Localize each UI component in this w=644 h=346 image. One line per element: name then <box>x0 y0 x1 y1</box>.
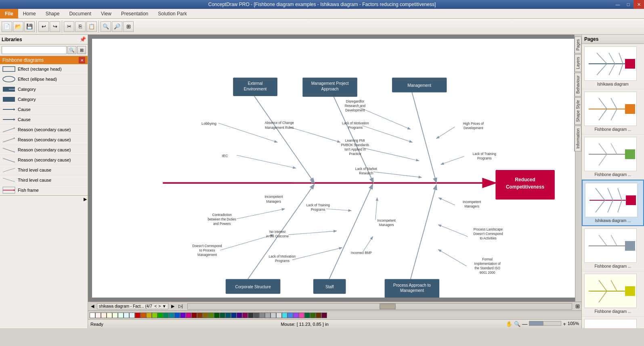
fishbone-close-button[interactable]: ✕ <box>79 57 85 63</box>
redo-button[interactable]: ↪ <box>50 21 60 32</box>
minimize-button[interactable]: — <box>613 0 623 9</box>
page-thumb-4[interactable]: Ishikawa diagram ... <box>582 180 644 226</box>
color-none[interactable] <box>90 312 95 318</box>
page-thumb-3[interactable]: Fishbone diagram ... <box>582 134 644 180</box>
canvas-scroll[interactable]: Reduced Competitiveness External Environ… <box>88 35 581 302</box>
shape-reason-3[interactable]: Reason (secondary cause) <box>0 145 88 155</box>
color-blue-light[interactable] <box>287 312 293 318</box>
color-dark-orange[interactable] <box>197 312 203 318</box>
page-thumb-2[interactable]: Fishbone diagram ... <box>582 89 644 134</box>
color-violet[interactable] <box>293 312 299 318</box>
search-input[interactable] <box>2 46 67 54</box>
color-yellow-dark[interactable] <box>146 312 152 318</box>
color-dark-1[interactable] <box>248 312 254 318</box>
color-cyan-light[interactable] <box>282 312 287 318</box>
shape-effect-ellipse[interactable]: Effect (ellipse head) <box>0 74 88 84</box>
side-tab-information[interactable]: Information <box>575 126 581 151</box>
shape-cause-1[interactable]: Cause <box>0 105 88 115</box>
page-thumb-7[interactable]: Fishbone diagram ... <box>582 317 644 328</box>
color-orange-dark[interactable] <box>141 312 146 318</box>
color-teal[interactable] <box>163 312 169 318</box>
color-yellow-green[interactable] <box>152 312 157 318</box>
zoom-out-button[interactable]: 🔎 <box>112 21 122 32</box>
color-dark-red[interactable] <box>191 312 197 318</box>
shape-reason-4[interactable]: Reason (secondary cause) <box>0 155 88 165</box>
color-gray-2[interactable] <box>265 312 271 318</box>
shape-category-2[interactable]: Category <box>0 94 88 105</box>
color-dark-magenta[interactable] <box>242 312 248 318</box>
zoom-slider[interactable] <box>529 321 561 326</box>
undo-button[interactable]: ↩ <box>38 21 49 32</box>
tab-label[interactable]: shikawa diagram - Fact... (4/7 < > ▼ <box>97 303 168 309</box>
color-light-4[interactable] <box>112 312 118 318</box>
save-button[interactable]: 💾 <box>24 21 35 32</box>
open-button[interactable]: 📂 <box>13 21 23 32</box>
color-green[interactable] <box>157 312 163 318</box>
color-extra-4[interactable] <box>321 312 327 318</box>
tab-nav-next[interactable]: > <box>158 304 161 308</box>
menu-solution-park[interactable]: Solution Park <box>153 9 191 19</box>
color-navy[interactable] <box>174 312 180 318</box>
shape-cause-2[interactable]: Cause <box>0 115 88 125</box>
color-dark-2[interactable] <box>254 312 259 318</box>
shape-third-cause-2[interactable]: Third level cause <box>0 175 88 185</box>
shape-reason-2[interactable]: Reason (secondary cause) <box>0 135 88 145</box>
color-light-6[interactable] <box>124 312 129 318</box>
scroll-right-button[interactable]: ▶ <box>170 304 176 309</box>
side-tab-shape-style[interactable]: Shape Style <box>575 97 581 125</box>
shape-third-cause-1[interactable]: Third level cause <box>0 165 88 175</box>
diagram-canvas[interactable]: Reduced Competitiveness External Environ… <box>92 39 577 298</box>
shape-fish-frame[interactable]: Fish frame <box>0 185 88 195</box>
fit-button[interactable]: ⊞ <box>123 21 134 32</box>
color-dark-green[interactable] <box>214 312 220 318</box>
color-light-7[interactable] <box>129 312 135 318</box>
menu-shape[interactable]: Shape <box>41 9 65 19</box>
scroll-left-button[interactable]: ◀ <box>90 304 95 309</box>
shape-reason-1[interactable]: Reason (secondary cause) <box>0 125 88 135</box>
zoom-level-plus[interactable]: + <box>563 321 566 327</box>
scroll-end-button[interactable]: ▷| <box>177 304 184 309</box>
shape-effect-rect[interactable]: Effect (rectange head) <box>0 64 88 74</box>
menu-document[interactable]: Document <box>64 9 96 19</box>
menu-view[interactable]: View <box>96 9 116 19</box>
zoom-fit[interactable]: 🔍 <box>514 321 520 327</box>
close-button[interactable]: ✕ <box>634 0 644 9</box>
tab-nav-prev[interactable]: < <box>155 304 157 308</box>
color-extra-3[interactable] <box>316 312 321 318</box>
grid-view-button[interactable]: ⊞ <box>77 46 86 54</box>
hand-tool[interactable]: ✋ <box>506 321 512 327</box>
color-dark-navy[interactable] <box>231 312 237 318</box>
cut-button[interactable]: ✂ <box>64 21 74 32</box>
zoom-level-minus[interactable]: — <box>522 321 527 327</box>
color-pink[interactable] <box>299 312 304 318</box>
page-thumb-6[interactable]: Fishbone diagram ... <box>582 271 644 317</box>
color-magenta[interactable] <box>186 312 191 318</box>
color-olive[interactable] <box>208 312 214 318</box>
side-tab-behaviour[interactable]: Behaviour <box>575 73 581 96</box>
color-indigo[interactable] <box>237 312 242 318</box>
tab-dropdown[interactable]: ▼ <box>162 304 166 308</box>
copy-button[interactable]: ⎘ <box>75 21 86 32</box>
sidebar-expand-right[interactable]: ▶ <box>84 197 87 202</box>
color-extra-2[interactable] <box>310 312 316 318</box>
color-gray-4[interactable] <box>276 312 282 318</box>
menu-file[interactable]: File <box>0 9 18 19</box>
paste-button[interactable]: 📋 <box>86 21 97 32</box>
color-extra-1[interactable] <box>304 312 310 318</box>
menu-presentation[interactable]: Presentation <box>116 9 153 19</box>
horizontal-scrollbar[interactable] <box>187 303 572 310</box>
color-light-1[interactable] <box>95 312 101 318</box>
menu-home[interactable]: Home <box>18 9 41 19</box>
side-tab-pages[interactable]: Pages <box>575 36 581 53</box>
expand-canvas-button[interactable]: ⊞ <box>575 303 580 309</box>
color-light-3[interactable] <box>107 312 112 318</box>
side-tab-layers[interactable]: Layers <box>575 54 581 72</box>
color-gray-1[interactable] <box>259 312 265 318</box>
search-button[interactable]: 🔍 <box>67 46 76 54</box>
color-light-5[interactable] <box>118 312 124 318</box>
page-thumb-1[interactable]: Ishikawa diagram <box>582 44 644 89</box>
color-light-2[interactable] <box>101 312 107 318</box>
new-button[interactable]: 📄 <box>2 21 12 32</box>
color-forest[interactable] <box>220 312 225 318</box>
sidebar-pin-icon[interactable]: 📌 <box>80 36 86 42</box>
